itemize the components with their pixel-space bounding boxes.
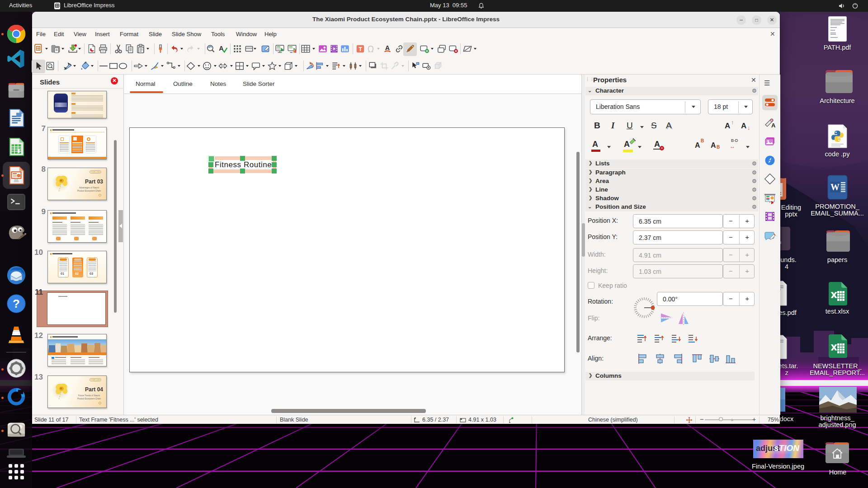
svg-text:A: A (771, 122, 776, 129)
svg-text:W: W (830, 182, 840, 192)
svg-text:?: ? (13, 297, 20, 310)
svg-text:+: + (49, 64, 51, 68)
svg-text:T: T (359, 46, 362, 52)
